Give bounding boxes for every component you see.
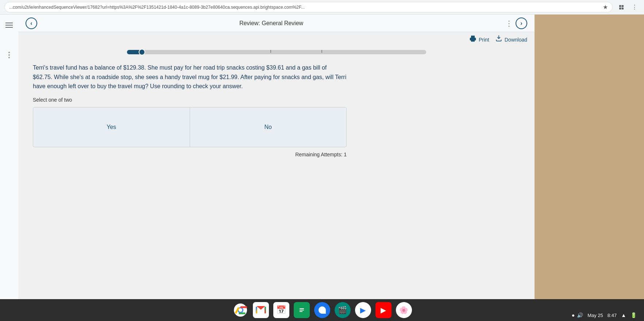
taskbar-chrome[interactable] xyxy=(232,302,248,318)
question-area: Terri's travel fund has a balance of $12… xyxy=(18,56,535,299)
extensions-icon[interactable] xyxy=(616,2,626,12)
progress-thumb xyxy=(139,49,145,55)
header-nav-right: ⋮ › xyxy=(505,17,527,29)
toolbar: Print Download xyxy=(18,32,535,47)
menu-icon[interactable]: ⋮ xyxy=(629,2,640,12)
chevron-left-icon: ‹ xyxy=(30,20,32,27)
hamburger-button[interactable] xyxy=(2,19,16,31)
progress-tick-1 xyxy=(270,50,271,53)
taskbar-date: May 25 xyxy=(587,313,603,318)
right-panel xyxy=(535,15,644,299)
remaining-attempts: Remaining Attempts: 1 xyxy=(33,152,347,157)
progress-section xyxy=(18,47,535,56)
svg-rect-3 xyxy=(622,7,624,9)
download-icon xyxy=(495,35,502,44)
download-button[interactable]: Download xyxy=(495,35,527,44)
wifi-icon: ▲ xyxy=(621,312,626,318)
taskbar-volume-icon: 🔊 xyxy=(577,312,583,318)
question-text: Terri's travel fund has a balance of $12… xyxy=(33,63,347,91)
answer-option-no[interactable]: No xyxy=(190,107,347,147)
browser-chrome: ...com/u2t/ie/enhancedSequenceViewer/176… xyxy=(0,0,644,15)
vertical-dots[interactable] xyxy=(8,52,10,58)
taskbar: 📅 🎬 ▶ ▶ 🌸 xyxy=(0,299,644,321)
print-label: Print xyxy=(479,37,489,43)
progress-tick-2 xyxy=(321,50,322,53)
svg-rect-12 xyxy=(300,311,302,312)
header-nav: ‹ xyxy=(26,17,37,29)
url-bar[interactable]: ...com/u2t/ie/enhancedSequenceViewer/176… xyxy=(4,2,613,12)
taskbar-circle-icon: ● xyxy=(572,312,575,318)
svg-rect-10 xyxy=(300,308,304,309)
taskbar-play[interactable]: ▶ xyxy=(355,302,371,318)
taskbar-youtube[interactable]: ▶ xyxy=(375,302,392,318)
taskbar-calendar[interactable]: 📅 xyxy=(273,302,289,318)
svg-rect-11 xyxy=(300,310,304,310)
sidebar-toggle xyxy=(0,15,18,299)
page-content: ‹ Review: General Review ⋮ › xyxy=(18,15,535,299)
bookmark-icon[interactable]: ★ xyxy=(603,4,608,11)
print-icon xyxy=(469,35,477,44)
answer-option-yes[interactable]: Yes xyxy=(33,107,190,147)
chevron-right-icon: › xyxy=(520,20,522,27)
svg-point-6 xyxy=(239,308,242,312)
browser-actions: ⋮ xyxy=(616,2,640,12)
page-header: ‹ Review: General Review ⋮ › xyxy=(18,15,535,32)
answer-options: Yes No xyxy=(33,107,347,147)
print-button[interactable]: Print xyxy=(469,35,489,44)
prev-button[interactable]: ‹ xyxy=(26,17,37,29)
main-container: ‹ Review: General Review ⋮ › xyxy=(0,15,644,299)
taskbar-right: ● 🔊 May 25 8:47 ▲ 🔋 xyxy=(572,312,637,318)
next-button[interactable]: › xyxy=(516,17,527,29)
taskbar-system-icons: ● 🔊 xyxy=(572,312,583,318)
taskbar-chat[interactable] xyxy=(314,302,330,318)
svg-rect-2 xyxy=(619,7,621,9)
taskbar-container: 📅 🎬 ▶ ▶ 🌸 ● 🔊 May 25 8:47 ▲ 🔋 xyxy=(0,299,644,321)
taskbar-photos[interactable]: 🌸 xyxy=(396,302,412,318)
battery-icon: 🔋 xyxy=(630,312,637,318)
progress-track[interactable] xyxy=(127,50,426,54)
header-dots-icon[interactable]: ⋮ xyxy=(505,19,513,28)
no-label: No xyxy=(265,124,272,130)
hamburger-lines xyxy=(4,21,14,29)
taskbar-sheets[interactable] xyxy=(294,302,310,318)
taskbar-time: 8:47 xyxy=(608,313,617,318)
svg-rect-1 xyxy=(622,5,624,7)
taskbar-gmail[interactable] xyxy=(253,302,269,318)
taskbar-meet[interactable]: 🎬 xyxy=(335,302,351,318)
svg-rect-0 xyxy=(619,5,621,7)
yes-label: Yes xyxy=(107,124,116,130)
select-label: Select one of two xyxy=(33,97,520,103)
url-text: ...com/u2t/ie/enhancedSequenceViewer/176… xyxy=(9,5,600,10)
download-label: Download xyxy=(505,37,527,43)
page-title: Review: General Review xyxy=(37,20,505,27)
